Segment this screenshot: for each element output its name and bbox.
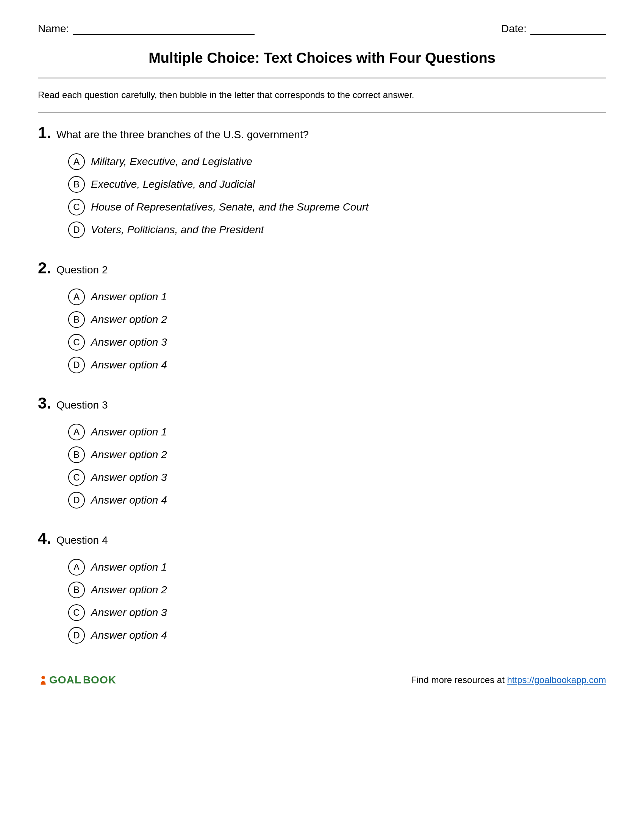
question-number-2: 2. [38,259,51,277]
answer-option-3-2[interactable]: BAnswer option 2 [68,446,606,463]
question-stem-2: 2.Question 2 [38,259,606,277]
option-text-2-1: Answer option 1 [91,291,167,303]
answer-option-4-3[interactable]: CAnswer option 3 [68,604,606,621]
answer-options-4: AAnswer option 1BAnswer option 2CAnswer … [68,559,606,644]
option-text-4-1: Answer option 1 [91,561,167,573]
option-text-4-4: Answer option 4 [91,629,167,642]
answer-option-1-4[interactable]: DVoters, Politicians, and the President [68,222,606,238]
book-text: BOOK [83,674,116,686]
bubble-4-C[interactable]: C [68,604,85,621]
title-divider [38,78,606,78]
answer-option-1-3[interactable]: CHouse of Representatives, Senate, and t… [68,199,606,215]
footer-link-section: Find more resources at https://goalbooka… [411,675,606,685]
date-label: Date: [501,23,526,35]
bubble-1-A[interactable]: A [68,153,85,170]
question-text-4: Question 4 [56,534,108,547]
name-field: Name: [38,23,254,35]
option-text-3-1: Answer option 1 [91,426,167,438]
answer-option-1-2[interactable]: BExecutive, Legislative, and Judicial [68,176,606,193]
name-input-line[interactable] [73,24,254,35]
question-stem-1: 1.What are the three branches of the U.S… [38,124,606,142]
answer-option-4-1[interactable]: AAnswer option 1 [68,559,606,576]
option-text-4-2: Answer option 2 [91,584,167,596]
question-stem-3: 3.Question 3 [38,394,606,412]
date-field: Date: [501,23,606,35]
answer-options-1: AMilitary, Executive, and LegislativeBEx… [68,153,606,238]
answer-options-2: AAnswer option 1BAnswer option 2CAnswer … [68,288,606,373]
bubble-3-A[interactable]: A [68,424,85,441]
question-block-4: 4.Question 4AAnswer option 1BAnswer opti… [38,529,606,644]
bubble-3-D[interactable]: D [68,492,85,508]
goalbook-icon [38,675,48,685]
instructions-divider [38,112,606,113]
option-text-2-2: Answer option 2 [91,314,167,326]
option-text-2-4: Answer option 4 [91,359,167,371]
footer-link[interactable]: https://goalbookapp.com [507,675,606,685]
option-text-4-3: Answer option 3 [91,606,167,619]
footer-prefix: Find more resources at [411,675,507,685]
bubble-2-D[interactable]: D [68,357,85,373]
bubble-2-C[interactable]: C [68,334,85,351]
main-title: Multiple Choice: Text Choices with Four … [38,50,606,66]
answer-option-3-3[interactable]: CAnswer option 3 [68,469,606,486]
answer-option-2-2[interactable]: BAnswer option 2 [68,311,606,328]
bubble-4-D[interactable]: D [68,627,85,644]
question-text-3: Question 3 [56,399,108,411]
title-section: Multiple Choice: Text Choices with Four … [38,50,606,66]
answer-option-3-1[interactable]: AAnswer option 1 [68,424,606,441]
answer-option-1-1[interactable]: AMilitary, Executive, and Legislative [68,153,606,170]
answer-option-2-3[interactable]: CAnswer option 3 [68,334,606,351]
goalbook-logo-text: GOALBOOK [49,674,116,686]
bubble-1-C[interactable]: C [68,199,85,215]
goal-text: GOAL [49,674,81,686]
header: Name: Date: [38,23,606,35]
answer-option-2-1[interactable]: AAnswer option 1 [68,288,606,305]
question-block-1: 1.What are the three branches of the U.S… [38,124,606,238]
bubble-1-B[interactable]: B [68,176,85,193]
bubble-4-A[interactable]: A [68,559,85,576]
question-number-4: 4. [38,529,51,547]
option-text-2-3: Answer option 3 [91,336,167,348]
footer: GOALBOOK Find more resources at https://… [38,674,606,686]
bubble-3-B[interactable]: B [68,446,85,463]
question-number-3: 3. [38,394,51,412]
question-block-3: 3.Question 3AAnswer option 1BAnswer opti… [38,394,606,508]
name-label: Name: [38,23,69,35]
questions-section: 1.What are the three branches of the U.S… [38,124,606,644]
option-text-3-2: Answer option 2 [91,449,167,461]
svg-point-0 [41,676,45,679]
answer-options-3: AAnswer option 1BAnswer option 2CAnswer … [68,424,606,508]
question-number-1: 1. [38,124,51,142]
option-text-1-3: House of Representatives, Senate, and th… [91,201,369,213]
bubble-4-B[interactable]: B [68,582,85,598]
answer-option-2-4[interactable]: DAnswer option 4 [68,357,606,373]
answer-option-4-4[interactable]: DAnswer option 4 [68,627,606,644]
answer-option-4-2[interactable]: BAnswer option 2 [68,582,606,598]
instructions: Read each question carefully, then bubbl… [38,86,606,104]
option-text-1-1: Military, Executive, and Legislative [91,156,252,168]
goalbook-logo-container: GOALBOOK [38,674,116,686]
question-text-2: Question 2 [56,264,108,276]
option-text-1-4: Voters, Politicians, and the President [91,224,264,236]
question-text-1: What are the three branches of the U.S. … [56,129,309,141]
option-text-1-2: Executive, Legislative, and Judicial [91,178,255,190]
bubble-1-D[interactable]: D [68,222,85,238]
option-text-3-4: Answer option 4 [91,494,167,506]
option-text-3-3: Answer option 3 [91,471,167,484]
question-stem-4: 4.Question 4 [38,529,606,547]
date-input-line[interactable] [530,24,606,35]
answer-option-3-4[interactable]: DAnswer option 4 [68,492,606,508]
bubble-2-B[interactable]: B [68,311,85,328]
bubble-3-C[interactable]: C [68,469,85,486]
bubble-2-A[interactable]: A [68,288,85,305]
question-block-2: 2.Question 2AAnswer option 1BAnswer opti… [38,259,606,373]
